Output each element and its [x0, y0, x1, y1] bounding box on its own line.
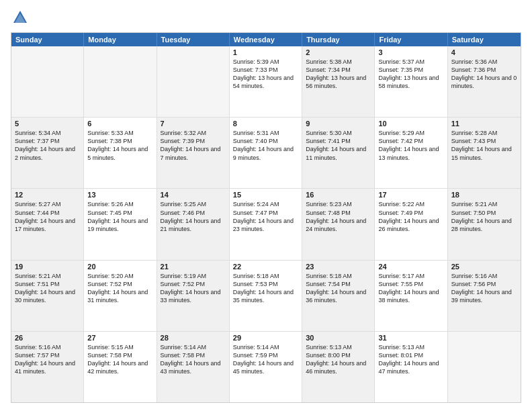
day-number: 13: [87, 191, 152, 199]
cell-info: Sunrise: 5:23 AM Sunset: 7:48 PM Dayligh…: [306, 200, 371, 233]
calendar-cell: 24Sunrise: 5:17 AM Sunset: 7:55 PM Dayli…: [375, 261, 447, 331]
cell-info: Sunrise: 5:38 AM Sunset: 7:34 PM Dayligh…: [306, 58, 371, 91]
logo-icon: [11, 8, 30, 27]
header-day-friday: Friday: [375, 33, 447, 46]
calendar-cell: 11Sunrise: 5:28 AM Sunset: 7:43 PM Dayli…: [448, 118, 521, 188]
day-number: 30: [306, 334, 371, 342]
calendar-cell: [11, 46, 84, 117]
cell-info: Sunrise: 5:25 AM Sunset: 7:46 PM Dayligh…: [161, 200, 226, 233]
calendar-cell: 8Sunrise: 5:31 AM Sunset: 7:40 PM Daylig…: [230, 118, 302, 188]
cell-info: Sunrise: 5:13 AM Sunset: 8:01 PM Dayligh…: [378, 343, 443, 376]
header-day-wednesday: Wednesday: [230, 33, 302, 46]
calendar-cell: 20Sunrise: 5:20 AM Sunset: 7:52 PM Dayli…: [84, 261, 157, 331]
page: SundayMondayTuesdayWednesdayThursdayFrid…: [0, 0, 532, 411]
calendar-cell: 6Sunrise: 5:33 AM Sunset: 7:38 PM Daylig…: [84, 118, 157, 188]
calendar-cell: 4Sunrise: 5:36 AM Sunset: 7:36 PM Daylig…: [448, 46, 521, 117]
day-number: 22: [233, 263, 298, 271]
cell-info: Sunrise: 5:22 AM Sunset: 7:49 PM Dayligh…: [378, 200, 443, 233]
day-number: 14: [161, 191, 226, 199]
day-number: 17: [378, 191, 443, 199]
cell-info: Sunrise: 5:16 AM Sunset: 7:56 PM Dayligh…: [451, 272, 517, 305]
day-number: 3: [378, 48, 443, 56]
day-number: 2: [306, 48, 371, 56]
calendar-cell: 28Sunrise: 5:14 AM Sunset: 7:58 PM Dayli…: [157, 332, 230, 402]
calendar-cell: 21Sunrise: 5:19 AM Sunset: 7:52 PM Dayli…: [157, 261, 230, 331]
cell-info: Sunrise: 5:19 AM Sunset: 7:52 PM Dayligh…: [161, 272, 226, 305]
cell-info: Sunrise: 5:21 AM Sunset: 7:50 PM Dayligh…: [451, 200, 517, 233]
day-number: 8: [233, 120, 298, 128]
day-number: 28: [161, 334, 226, 342]
calendar-cell: 15Sunrise: 5:24 AM Sunset: 7:47 PM Dayli…: [230, 189, 302, 259]
cell-info: Sunrise: 5:28 AM Sunset: 7:43 PM Dayligh…: [451, 129, 517, 162]
cell-info: Sunrise: 5:20 AM Sunset: 7:52 PM Dayligh…: [87, 272, 152, 305]
cell-info: Sunrise: 5:24 AM Sunset: 7:47 PM Dayligh…: [233, 200, 298, 233]
calendar-cell: 22Sunrise: 5:18 AM Sunset: 7:53 PM Dayli…: [230, 261, 302, 331]
cell-info: Sunrise: 5:14 AM Sunset: 7:59 PM Dayligh…: [233, 343, 298, 376]
cell-info: Sunrise: 5:37 AM Sunset: 7:35 PM Dayligh…: [378, 58, 443, 91]
calendar-cell: [157, 46, 230, 117]
day-number: 7: [161, 120, 226, 128]
day-number: 1: [233, 48, 298, 56]
calendar-cell: [84, 46, 157, 117]
calendar-cell: 9Sunrise: 5:30 AM Sunset: 7:41 PM Daylig…: [302, 118, 375, 188]
day-number: 12: [15, 191, 80, 199]
calendar-row-4: 26Sunrise: 5:16 AM Sunset: 7:57 PM Dayli…: [11, 331, 521, 402]
cell-info: Sunrise: 5:31 AM Sunset: 7:40 PM Dayligh…: [233, 129, 298, 162]
cell-info: Sunrise: 5:34 AM Sunset: 7:37 PM Dayligh…: [15, 129, 80, 162]
day-number: 11: [451, 120, 517, 128]
calendar-header: SundayMondayTuesdayWednesdayThursdayFrid…: [11, 33, 521, 46]
calendar-cell: 12Sunrise: 5:27 AM Sunset: 7:44 PM Dayli…: [11, 189, 84, 259]
calendar-cell: 30Sunrise: 5:13 AM Sunset: 8:00 PM Dayli…: [302, 332, 375, 402]
calendar-cell: 7Sunrise: 5:32 AM Sunset: 7:39 PM Daylig…: [157, 118, 230, 188]
calendar-cell: [448, 332, 521, 402]
day-number: 21: [161, 263, 226, 271]
logo: [11, 8, 32, 27]
cell-info: Sunrise: 5:15 AM Sunset: 7:58 PM Dayligh…: [87, 343, 152, 376]
day-number: 26: [15, 334, 80, 342]
calendar-cell: 1Sunrise: 5:39 AM Sunset: 7:33 PM Daylig…: [230, 46, 302, 117]
cell-info: Sunrise: 5:33 AM Sunset: 7:38 PM Dayligh…: [87, 129, 152, 162]
cell-info: Sunrise: 5:18 AM Sunset: 7:53 PM Dayligh…: [233, 272, 298, 305]
calendar-cell: 17Sunrise: 5:22 AM Sunset: 7:49 PM Dayli…: [375, 189, 447, 259]
day-number: 5: [15, 120, 80, 128]
calendar-cell: 13Sunrise: 5:26 AM Sunset: 7:45 PM Dayli…: [84, 189, 157, 259]
cell-info: Sunrise: 5:30 AM Sunset: 7:41 PM Dayligh…: [306, 129, 371, 162]
calendar-cell: 19Sunrise: 5:21 AM Sunset: 7:51 PM Dayli…: [11, 261, 84, 331]
cell-info: Sunrise: 5:13 AM Sunset: 8:00 PM Dayligh…: [306, 343, 371, 376]
calendar-row-1: 5Sunrise: 5:34 AM Sunset: 7:37 PM Daylig…: [11, 117, 521, 188]
day-number: 23: [306, 263, 371, 271]
calendar-cell: 14Sunrise: 5:25 AM Sunset: 7:46 PM Dayli…: [157, 189, 230, 259]
cell-info: Sunrise: 5:26 AM Sunset: 7:45 PM Dayligh…: [87, 200, 152, 233]
day-number: 31: [378, 334, 443, 342]
header-day-saturday: Saturday: [448, 33, 521, 46]
day-number: 9: [306, 120, 371, 128]
day-number: 24: [378, 263, 443, 271]
calendar-cell: 31Sunrise: 5:13 AM Sunset: 8:01 PM Dayli…: [375, 332, 447, 402]
calendar: SundayMondayTuesdayWednesdayThursdayFrid…: [11, 32, 521, 403]
calendar-row-0: 1Sunrise: 5:39 AM Sunset: 7:33 PM Daylig…: [11, 46, 521, 117]
calendar-cell: 29Sunrise: 5:14 AM Sunset: 7:59 PM Dayli…: [230, 332, 302, 402]
cell-info: Sunrise: 5:17 AM Sunset: 7:55 PM Dayligh…: [378, 272, 443, 305]
calendar-cell: 26Sunrise: 5:16 AM Sunset: 7:57 PM Dayli…: [11, 332, 84, 402]
calendar-cell: 27Sunrise: 5:15 AM Sunset: 7:58 PM Dayli…: [84, 332, 157, 402]
calendar-row-2: 12Sunrise: 5:27 AM Sunset: 7:44 PM Dayli…: [11, 188, 521, 259]
day-number: 15: [233, 191, 298, 199]
calendar-cell: 18Sunrise: 5:21 AM Sunset: 7:50 PM Dayli…: [448, 189, 521, 259]
calendar-cell: 3Sunrise: 5:37 AM Sunset: 7:35 PM Daylig…: [375, 46, 447, 117]
day-number: 19: [15, 263, 80, 271]
day-number: 20: [87, 263, 152, 271]
calendar-cell: 10Sunrise: 5:29 AM Sunset: 7:42 PM Dayli…: [375, 118, 447, 188]
day-number: 27: [87, 334, 152, 342]
calendar-body: 1Sunrise: 5:39 AM Sunset: 7:33 PM Daylig…: [11, 46, 521, 402]
cell-info: Sunrise: 5:29 AM Sunset: 7:42 PM Dayligh…: [378, 129, 443, 162]
cell-info: Sunrise: 5:18 AM Sunset: 7:54 PM Dayligh…: [306, 272, 371, 305]
calendar-cell: 23Sunrise: 5:18 AM Sunset: 7:54 PM Dayli…: [302, 261, 375, 331]
header-day-tuesday: Tuesday: [157, 33, 230, 46]
day-number: 25: [451, 263, 517, 271]
day-number: 10: [378, 120, 443, 128]
day-number: 18: [451, 191, 517, 199]
day-number: 16: [306, 191, 371, 199]
cell-info: Sunrise: 5:36 AM Sunset: 7:36 PM Dayligh…: [451, 58, 517, 91]
cell-info: Sunrise: 5:16 AM Sunset: 7:57 PM Dayligh…: [15, 343, 80, 376]
cell-info: Sunrise: 5:32 AM Sunset: 7:39 PM Dayligh…: [161, 129, 226, 162]
